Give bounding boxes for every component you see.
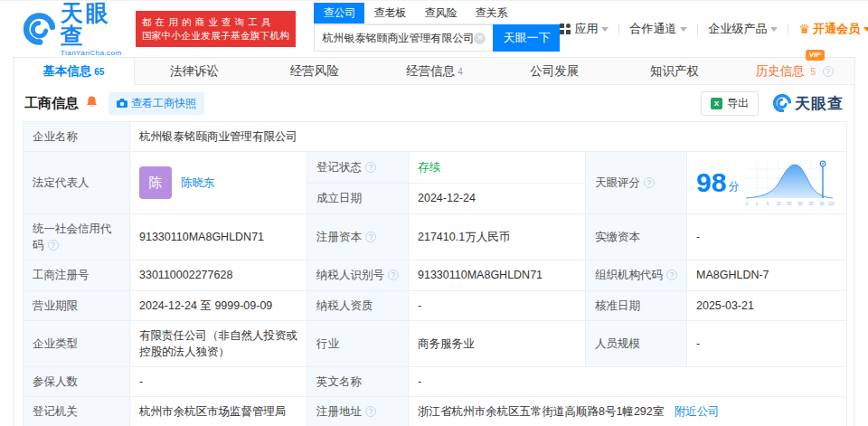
slogan-badge: 都在用的商业查询工具 国家中小企业发展子基金旗下机构 <box>136 11 297 47</box>
field-label: 纳税人识别号 <box>307 260 409 290</box>
tab-intellectual-property[interactable]: 知识产权 <box>615 58 735 84</box>
reg-status-value: 存续 <box>409 152 586 184</box>
search-tab-risk[interactable]: 查风险 <box>415 3 466 24</box>
section-toolbar: 工商信息 查看工商快照 X 导出 <box>14 85 854 121</box>
field-label: 核准日期 <box>586 290 687 320</box>
field-label: 组织机构代码 <box>586 260 687 290</box>
search-tab-relation[interactable]: 查关系 <box>466 3 516 24</box>
search-tab-boss[interactable]: 查老板 <box>364 3 415 24</box>
tab-basic-info[interactable]: 基本信息65 <box>14 58 135 85</box>
help-icon[interactable] <box>365 162 376 173</box>
tab-legal-proceedings[interactable]: 法律诉讼 <box>135 58 255 84</box>
camera-icon <box>117 99 127 108</box>
search-tabs: 查公司 查老板 查风险 查关系 <box>314 6 560 24</box>
field-label: 企业名称 <box>24 122 130 152</box>
field-label: 登记状态 <box>307 152 409 184</box>
top-header: 天眼查 TianYanCha.com 都在用的商业查询工具 国家中小企业发展子基… <box>0 1 868 57</box>
legal-rep-link[interactable]: 陈晓东 <box>181 175 215 191</box>
vip-badge: VIP <box>806 50 825 61</box>
slogan-line2: 国家中小企业发展子基金旗下机构 <box>142 29 290 43</box>
score-cell: 98 分 <box>687 152 847 214</box>
score-value: 98 <box>696 169 726 196</box>
excel-icon: X <box>711 98 722 109</box>
taxpayer-id-value: 91330110MA8GHLDN71 <box>409 260 586 290</box>
help-icon[interactable] <box>644 177 655 188</box>
svg-text:15: 15 <box>777 202 782 206</box>
legal-rep-cell: 陈 陈晓东 <box>130 152 307 214</box>
search-tab-company[interactable]: 查公司 <box>314 3 364 24</box>
score-distribution-chart: 0 1 5 15 50 85 95 99 100 <box>744 158 835 207</box>
chevron-down-icon <box>863 27 868 32</box>
svg-text:100: 100 <box>828 202 835 206</box>
divider <box>697 24 698 35</box>
tianyancha-logo-icon <box>24 11 55 47</box>
reg-authority-value: 杭州市余杭区市场监督管理局 <box>130 397 307 426</box>
help-icon[interactable] <box>365 232 376 242</box>
tianyancha-logo[interactable]: 天眼查 TianYanCha.com <box>24 2 127 57</box>
field-label: 实缴资本 <box>586 214 687 260</box>
svg-text:1: 1 <box>756 202 759 206</box>
help-icon[interactable] <box>365 406 376 417</box>
insured-count-value: - <box>130 366 307 396</box>
section-title: 工商信息 <box>24 95 79 112</box>
reg-number-value: 330110002277628 <box>130 260 307 290</box>
avatar[interactable]: 陈 <box>139 166 172 199</box>
table-row: 法定代表人 陈 陈晓东 登记状态 存续 天眼评分 98 分 <box>24 152 847 184</box>
tianyancha-watermark-icon <box>773 94 791 112</box>
help-icon[interactable] <box>666 270 677 280</box>
field-label: 统一社会信用代码 <box>24 214 130 260</box>
field-label: 法定代表人 <box>24 152 130 214</box>
tab-count: 4 <box>458 67 463 77</box>
business-info-table: 企业名称 杭州银泰铭颐商业管理有限公司 法定代表人 陈 陈晓东 登记状态 存续 … <box>23 121 847 426</box>
monitor-bell-icon[interactable] <box>86 95 98 112</box>
help-icon[interactable] <box>823 66 834 77</box>
svg-text:95: 95 <box>809 202 815 206</box>
reg-capital-value: 217410.1万人民币 <box>409 214 586 260</box>
export-button[interactable]: X 导出 <box>701 91 759 116</box>
field-label: 企业类型 <box>24 320 130 366</box>
page-tabbar: 基本信息65 法律诉讼 经营风险 经营信息4 公司发展 知识产权 历史信息 VI… <box>14 57 854 85</box>
company-type-value: 有限责任公司（非自然人投资或控股的法人独资） <box>130 320 307 366</box>
help-icon[interactable] <box>48 240 59 251</box>
chevron-down-icon <box>770 27 778 32</box>
credit-code-value: 91330110MA8GHLDN71 <box>130 214 307 260</box>
clear-search-icon[interactable]: ✕ <box>474 33 486 44</box>
nav-open-vip[interactable]: ♛ 开通会员 <box>798 21 868 37</box>
nav-cooperation[interactable]: 合作通道 <box>629 21 687 37</box>
tab-history-info[interactable]: 历史信息 VIP 5 <box>734 58 854 84</box>
nav-enterprise-products[interactable]: 企业级产品 <box>708 21 778 37</box>
svg-text:5: 5 <box>767 202 769 206</box>
search-module: 查公司 查老板 查风险 查关系 杭州银泰铭颐商业管理有限公司 ✕ 天眼一下 <box>314 6 560 52</box>
score-unit: 分 <box>728 179 739 194</box>
logo-domain: TianYanCha.com <box>61 50 127 57</box>
field-label: 天眼评分 <box>586 152 687 214</box>
table-row: 参保人数 - 英文名称 - <box>24 366 847 396</box>
search-input[interactable]: 杭州银泰铭颐商业管理有限公司 ✕ <box>314 24 493 52</box>
org-code-value: MA8GHLDN-7 <box>687 260 847 290</box>
approval-date-value: 2025-03-21 <box>687 290 847 320</box>
nearby-companies-link[interactable]: 附近公司 <box>675 405 720 418</box>
field-label: 登记机关 <box>24 397 130 426</box>
field-label: 人员规模 <box>586 320 687 366</box>
divider <box>618 24 619 35</box>
tab-count: 65 <box>94 67 104 77</box>
help-icon[interactable] <box>388 270 399 280</box>
paid-capital-value: - <box>687 214 847 260</box>
logo-title: 天眼查 <box>61 2 127 47</box>
table-row: 企业类型 有限责任公司（非自然人投资或控股的法人独资） 行业 商务服务业 人员规… <box>24 320 847 366</box>
search-button[interactable]: 天眼一下 <box>493 24 560 52</box>
field-label: 营业期限 <box>24 290 130 320</box>
nav-apps[interactable]: 应用 <box>560 21 609 37</box>
business-snapshot-button[interactable]: 查看工商快照 <box>108 92 204 115</box>
main-container: 基本信息65 法律诉讼 经营风险 经营信息4 公司发展 知识产权 历史信息 VI… <box>13 57 855 426</box>
crown-icon: ♛ <box>798 22 810 36</box>
table-row: 企业名称 杭州银泰铭颐商业管理有限公司 <box>24 122 847 152</box>
taxpayer-quality-value: - <box>409 290 586 320</box>
field-label: 纳税人资质 <box>307 290 409 320</box>
tab-operation-risk[interactable]: 经营风险 <box>254 58 374 84</box>
tab-company-development[interactable]: 公司发展 <box>495 58 615 84</box>
svg-text:50: 50 <box>788 202 793 206</box>
tab-operation-info[interactable]: 经营信息4 <box>374 58 495 84</box>
chart-x-axis-ticks: 0 1 5 15 50 85 95 99 100 <box>746 202 835 206</box>
industry-value: 商务服务业 <box>409 320 586 366</box>
